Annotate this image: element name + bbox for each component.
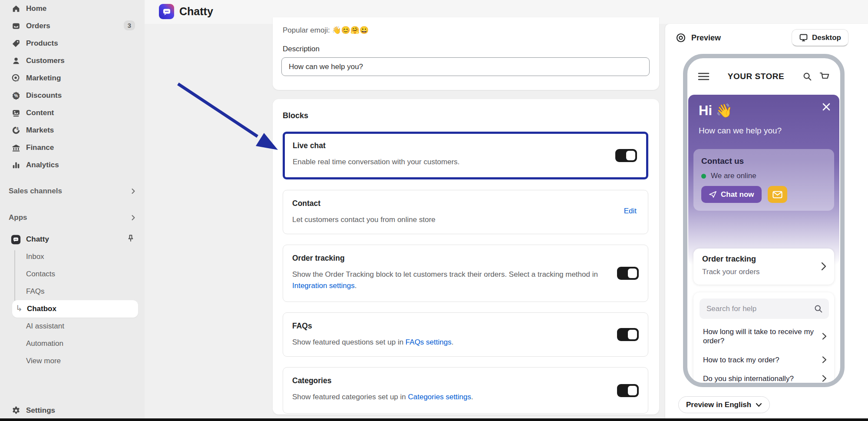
sidebar-item-home[interactable]: Home	[0, 0, 145, 17]
envelope-icon	[772, 191, 782, 199]
sidebar-item-customers[interactable]: Customers	[0, 52, 145, 70]
desktop-button-label: Desktop	[812, 33, 841, 42]
preview-language-label: Preview in English	[686, 401, 751, 409]
faqs-settings-link[interactable]: FAQs settings	[406, 338, 452, 346]
block-faqs[interactable]: FAQs Show featured questions set up in F…	[283, 312, 648, 357]
widget-subtitle: How can we help you?	[699, 126, 782, 136]
sidebar-item-products[interactable]: Products	[0, 35, 145, 52]
sidebar-item-content[interactable]: Content	[0, 104, 145, 122]
faq-item[interactable]: How long will it take to receive my orde…	[700, 322, 829, 351]
block-desc: Show featured questions set up in FAQs s…	[292, 337, 600, 348]
chatty-app-icon	[11, 235, 21, 245]
contact-edit-link[interactable]: Edit	[624, 207, 637, 215]
sidebar-item-chatbox-selected[interactable]: ↳ Chatbox	[12, 300, 138, 318]
svg-text:$: $	[16, 126, 18, 131]
online-dot-icon	[701, 174, 706, 179]
order-tracking-toggle[interactable]	[617, 267, 639, 280]
sidebar-item-markets[interactable]: $ Markets	[0, 122, 145, 139]
home-icon	[11, 4, 21, 14]
desktop-button[interactable]: Desktop	[792, 29, 848, 46]
section-label: Apps	[9, 213, 130, 222]
help-search-field[interactable]	[700, 298, 829, 319]
sidebar-item-label: Markets	[26, 126, 54, 135]
faq-item[interactable]: Do you ship internationally?	[700, 369, 829, 387]
search-icon[interactable]	[802, 72, 812, 81]
popular-emoji-values[interactable]: 👋😊🤗😀	[332, 26, 369, 34]
faq-question: How long will it take to receive my orde…	[703, 327, 817, 346]
description-label: Description	[283, 45, 320, 53]
desc-text: .	[355, 282, 357, 290]
block-live-chat[interactable]: Live chat Enable real time conversation …	[283, 132, 648, 179]
orders-badge: 3	[124, 20, 135, 30]
sidebar-item-inbox[interactable]: Inbox	[0, 248, 145, 265]
chat-now-button[interactable]: Chat now	[701, 186, 762, 203]
branch-arrow-icon: ↳	[16, 303, 23, 313]
sidebar-item-label: Home	[26, 4, 46, 13]
sidebar-item-label: Products	[26, 39, 58, 48]
store-header: YOUR STORE	[687, 64, 840, 89]
block-title: Live chat	[293, 141, 600, 150]
sidebar-item-contacts[interactable]: Contacts	[0, 265, 145, 283]
block-title: Contact	[292, 199, 600, 208]
sidebar-section-apps[interactable]: Apps	[0, 211, 145, 224]
sidebar-item-automation[interactable]: Automation	[0, 335, 145, 352]
block-title: FAQs	[292, 322, 600, 331]
faq-item[interactable]: How to track my order?	[700, 351, 829, 369]
chevron-right-icon	[820, 262, 827, 271]
sidebar-item-finance[interactable]: Finance	[0, 139, 145, 156]
sidebar-item-label: Settings	[26, 406, 55, 415]
sidebar-item-analytics[interactable]: Analytics	[0, 156, 145, 174]
sidebar-section-sales-channels[interactable]: Sales channels	[0, 185, 145, 198]
preview-language-button[interactable]: Preview in English	[678, 396, 770, 413]
orders-icon	[11, 21, 21, 31]
description-input[interactable]	[281, 57, 650, 76]
sidebar-item-label: Analytics	[26, 161, 59, 169]
sidebar-item-ai-assistant[interactable]: AI assistant	[0, 318, 145, 335]
integration-settings-link[interactable]: Integration settings	[292, 282, 355, 290]
order-tracking-title: Order tracking	[702, 255, 815, 264]
chat-widget-preview: Hi 👋 How can we help you? Contact us We …	[688, 95, 839, 383]
preview-title: Preview	[691, 33, 721, 43]
sidebar-item-marketing[interactable]: Marketing	[0, 70, 145, 87]
eye-icon	[676, 33, 686, 43]
help-search-input[interactable]	[706, 304, 814, 314]
close-icon[interactable]	[821, 102, 832, 112]
sidebar-item-chatty-app[interactable]: Chatty	[0, 231, 145, 248]
live-chat-toggle[interactable]	[615, 149, 637, 162]
block-desc: Show featured categories set up in Categ…	[292, 391, 600, 403]
pin-icon[interactable]	[126, 234, 135, 243]
order-tracking-subtitle: Track your orders	[702, 268, 815, 276]
sub-item-label: AI assistant	[26, 322, 64, 331]
contact-us-title: Contact us	[701, 156, 826, 166]
block-title: Order tracking	[292, 254, 600, 263]
widget-text-card: Popular emoji: 👋😊🤗😀 Description	[273, 17, 659, 90]
tag-icon	[11, 39, 21, 49]
sidebar-item-faqs[interactable]: FAQs	[0, 283, 145, 300]
block-categories[interactable]: Categories Show featured categories set …	[283, 367, 648, 414]
block-order-tracking[interactable]: Order tracking Show the Order Tracking b…	[283, 245, 648, 302]
sidebar-item-view-more[interactable]: View more	[0, 352, 145, 370]
categories-settings-link[interactable]: Categories settings	[408, 393, 472, 401]
block-desc: Enable real time conversation with your …	[293, 156, 600, 168]
sidebar-item-label: Discounts	[26, 91, 62, 100]
sub-item-label: Inbox	[26, 252, 44, 261]
categories-toggle[interactable]	[617, 384, 639, 397]
faqs-toggle[interactable]	[617, 328, 639, 341]
desc-text: Show featured questions set up in	[292, 338, 406, 346]
cart-icon[interactable]	[819, 72, 830, 81]
sidebar-item-discounts[interactable]: % Discounts	[0, 87, 145, 104]
desc-text: .	[452, 338, 454, 346]
block-contact[interactable]: Contact Let customers contact you from o…	[283, 190, 648, 234]
sidebar: Home Orders 3 Products Customers Marketi…	[0, 0, 145, 418]
email-button[interactable]	[768, 186, 787, 203]
sidebar-item-label: Marketing	[26, 74, 61, 83]
online-status-label: We are online	[711, 172, 756, 180]
sidebar-item-orders[interactable]: Orders 3	[0, 17, 145, 35]
sidebar-item-label: Content	[26, 109, 54, 117]
hamburger-menu-icon[interactable]	[698, 72, 710, 81]
gear-icon	[11, 406, 21, 416]
desc-text: Show the Order Tracking block to let cus…	[292, 270, 598, 278]
globe-dollar-icon: $	[11, 126, 21, 136]
sidebar-item-settings[interactable]: Settings	[0, 402, 145, 419]
order-tracking-card[interactable]: Order tracking Track your orders	[693, 249, 834, 285]
